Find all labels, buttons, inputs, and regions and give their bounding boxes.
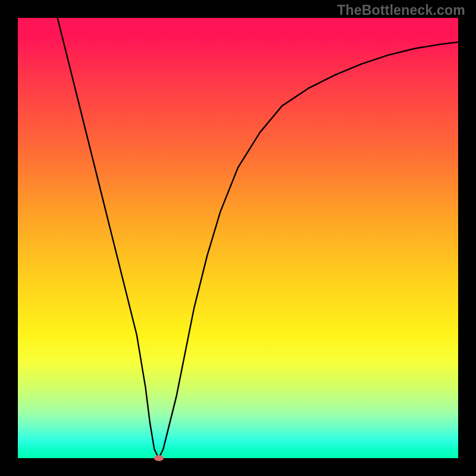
- plot-area: [18, 18, 458, 458]
- watermark-text: TheBottleneck.com: [337, 2, 465, 18]
- curve-svg: [18, 18, 458, 458]
- optimal-marker: [154, 455, 164, 461]
- chart-frame: TheBottleneck.com: [0, 0, 476, 476]
- bottleneck-curve: [58, 18, 458, 458]
